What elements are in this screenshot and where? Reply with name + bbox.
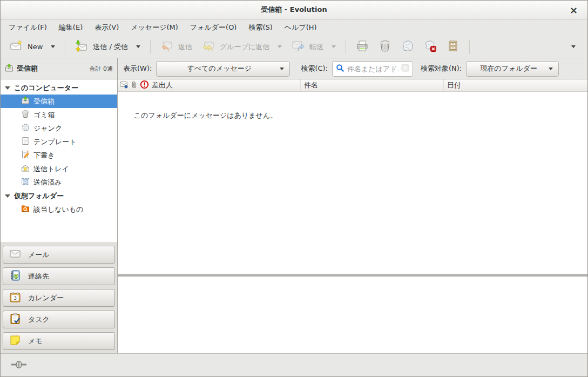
search-icon <box>336 64 344 74</box>
folder-sent[interactable]: 送信済み <box>1 176 117 189</box>
junk-icon <box>401 39 414 54</box>
priority-icon <box>140 80 149 91</box>
new-message-button[interactable]: New <box>5 37 60 57</box>
folder-label: 該当しないもの <box>33 205 84 214</box>
current-folder-title: 受信箱 <box>17 64 38 73</box>
column-date[interactable]: 日付 <box>444 79 587 91</box>
toolbar-overflow-button[interactable] <box>564 41 583 52</box>
preview-pane <box>118 277 587 353</box>
message-list-header: 差出人 件名 日付 <box>118 79 587 92</box>
folder-tree: このコンピューター 受信箱 ゴミ箱 ジャンク テンプレート <box>1 79 117 243</box>
folder-label: 送信トレイ <box>33 164 69 174</box>
menu-edit[interactable]: 編集(E) <box>53 19 89 36</box>
folder-header: 受信箱 合計 0通 <box>1 58 118 79</box>
switcher-mail[interactable]: メール <box>3 246 115 264</box>
switcher-calendar[interactable]: 3 カレンダー <box>3 289 115 307</box>
folder-outbox[interactable]: 送信トレイ <box>1 162 117 176</box>
not-junk-icon <box>424 39 437 54</box>
online-status-icon[interactable] <box>11 360 26 371</box>
folder-inbox[interactable]: 受信箱 <box>1 95 117 108</box>
menu-file[interactable]: ファイル(F) <box>3 19 53 36</box>
folder-label: ゴミ箱 <box>33 110 55 120</box>
menu-search[interactable]: 検索(S) <box>242 19 278 36</box>
mail-icon <box>9 248 21 261</box>
folder-group-label: 仮想フォルダー <box>14 191 64 201</box>
junk-icon <box>21 123 30 133</box>
switcher-label: メモ <box>28 336 43 346</box>
switcher-contacts[interactable]: @ 連絡先 <box>3 267 115 285</box>
switcher-label: タスク <box>28 315 50 325</box>
window-title: 受信箱 - Evolution <box>261 5 327 15</box>
expander-icon[interactable] <box>5 86 10 90</box>
chevron-down-icon <box>549 68 553 70</box>
junk-button[interactable] <box>396 37 419 57</box>
folder-label: 下書き <box>33 151 55 160</box>
folder-label: 受信箱 <box>33 97 55 106</box>
trash-icon <box>379 39 391 54</box>
toolbar-separator <box>469 40 470 54</box>
memo-icon <box>9 334 21 348</box>
component-switcher: メール @ 連絡先 3 カレンダー タスク メモ <box>1 243 117 353</box>
chevron-down-icon[interactable] <box>51 45 55 48</box>
print-icon <box>356 39 369 54</box>
folder-label: テンプレート <box>33 137 77 147</box>
chevron-down-icon <box>571 45 576 48</box>
print-button[interactable] <box>351 37 374 57</box>
svg-text:3: 3 <box>13 295 17 301</box>
menu-help[interactable]: ヘルプ(H) <box>279 19 323 36</box>
view-filter-value: すべてのメッセージ <box>162 64 276 73</box>
view-filter-label: 表示(W): <box>123 64 152 73</box>
group-reply-label: グループに返信 <box>220 42 269 52</box>
send-receive-button[interactable]: 送信 / 受信 <box>70 37 145 57</box>
evolution-window: 受信箱 - Evolution × ファイル(F) 編集(E) 表示(V) メッ… <box>0 0 588 377</box>
reply-button[interactable]: 返信 <box>156 37 197 57</box>
message-list[interactable]: このフォルダーにメッセージはありません。 <box>118 92 587 274</box>
column-subject[interactable]: 件名 <box>301 79 444 91</box>
close-button[interactable]: × <box>566 1 581 19</box>
switcher-tasks[interactable]: タスク <box>3 311 115 328</box>
search-label: 検索(C): <box>301 64 328 73</box>
group-reply-button[interactable]: グループに返信 <box>197 37 287 57</box>
switcher-memos[interactable]: メモ <box>3 332 115 350</box>
folder-group-search-folders[interactable]: 仮想フォルダー <box>1 189 117 203</box>
group-reply-icon <box>202 39 215 54</box>
search-scope-dropdown[interactable]: 現在のフォルダー <box>466 61 559 77</box>
view-filter-dropdown[interactable]: すべてのメッセージ <box>156 61 290 77</box>
reply-icon <box>160 39 173 54</box>
delete-button[interactable] <box>374 37 396 57</box>
empty-folder-message: このフォルダーにメッセージはありません。 <box>118 92 587 120</box>
folder-templates[interactable]: テンプレート <box>1 135 117 149</box>
archive-button[interactable] <box>442 37 464 57</box>
folder-drafts[interactable]: 下書き <box>1 149 117 162</box>
chevron-down-icon[interactable] <box>278 45 282 48</box>
search-box <box>332 61 413 77</box>
column-from-label: 差出人 <box>152 80 173 90</box>
expander-icon[interactable] <box>5 194 10 198</box>
folder-label: ジャンク <box>33 124 62 133</box>
column-subject-label: 件名 <box>304 80 318 90</box>
chevron-down-icon <box>280 68 284 70</box>
chevron-down-icon[interactable] <box>136 45 140 48</box>
contacts-icon: @ <box>9 270 21 283</box>
archive-icon <box>447 39 459 54</box>
column-from[interactable]: 差出人 <box>118 79 301 91</box>
forward-button[interactable]: 転送 <box>287 37 341 57</box>
chevron-down-icon[interactable] <box>332 45 336 48</box>
not-junk-button[interactable] <box>419 37 442 57</box>
folder-junk[interactable]: ジャンク <box>1 122 117 135</box>
folder-unmatched[interactable]: 該当しないもの <box>1 203 117 216</box>
switcher-label: メール <box>28 250 50 260</box>
column-date-label: 日付 <box>447 80 461 90</box>
folder-group-this-computer[interactable]: このコンピューター <box>1 81 117 95</box>
menu-folder[interactable]: フォルダー(O) <box>184 19 243 36</box>
calendar-icon: 3 <box>9 291 21 305</box>
search-input[interactable] <box>347 65 398 73</box>
menu-view[interactable]: 表示(V) <box>89 19 125 36</box>
clear-search-icon[interactable] <box>401 64 409 73</box>
folder-label: 送信済み <box>33 178 62 187</box>
draft-icon <box>21 150 30 160</box>
menu-message[interactable]: メッセージ(M) <box>125 19 184 36</box>
sidebar: このコンピューター 受信箱 ゴミ箱 ジャンク テンプレート <box>1 79 118 353</box>
titlebar: 受信箱 - Evolution × <box>1 1 587 19</box>
folder-trash[interactable]: ゴミ箱 <box>1 108 117 122</box>
